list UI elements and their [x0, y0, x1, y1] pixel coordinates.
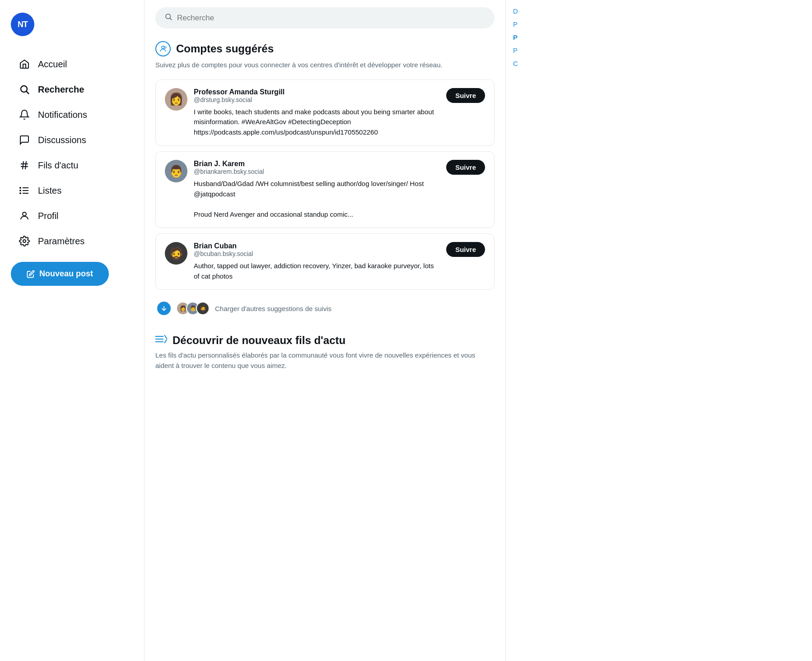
- person-icon: [18, 209, 31, 222]
- user-bio-2: Author, tapped out lawyer, addiction rec…: [194, 261, 440, 281]
- sidebar-item-profil[interactable]: Profil: [11, 204, 133, 228]
- svg-point-10: [20, 190, 21, 191]
- user-info-2: Brian Cuban @bcuban.bsky.social Author, …: [194, 242, 440, 281]
- user-card-1: 👨 Brian J. Karem @briankarem.bsky.social…: [155, 151, 495, 228]
- suggested-accounts-subtitle: Suivez plus de comptes pour vous connect…: [155, 60, 495, 70]
- user-bio-1: Husband/Dad/Gdad /WH columnist/best sell…: [194, 179, 440, 219]
- user-bio-0: I write books, teach students and make p…: [194, 107, 440, 138]
- sidebar-item-parametres-label: Paramètres: [38, 236, 84, 247]
- svg-point-13: [23, 240, 26, 242]
- svg-point-12: [23, 212, 26, 216]
- logo-text: NT: [18, 20, 28, 29]
- new-post-button[interactable]: Nouveau post: [11, 262, 109, 286]
- discover-feeds-subtitle: Les fils d'actu personnalisés élaborés p…: [155, 350, 495, 371]
- sidebar-item-listes[interactable]: Listes: [11, 179, 133, 202]
- user-name-1: Brian J. Karem: [194, 160, 440, 168]
- svg-point-16: [162, 46, 164, 49]
- logo: NT: [11, 13, 34, 36]
- discover-feeds-header: Découvrir de nouveaux fils d'actu: [155, 334, 495, 347]
- logo-area: NT: [11, 9, 133, 40]
- user-handle-0: @drsturg.bsky.social: [194, 96, 440, 103]
- search-input[interactable]: [177, 14, 485, 23]
- load-more-icon: [157, 302, 171, 315]
- discover-feeds-icon: [155, 334, 167, 347]
- svg-line-5: [25, 161, 26, 169]
- suggested-accounts-title: Comptes suggérés: [176, 42, 274, 55]
- gear-icon: [18, 235, 31, 247]
- sidebar-item-notifications[interactable]: Notifications: [11, 103, 133, 126]
- user-handle-2: @bcuban.bsky.social: [194, 250, 440, 257]
- edit-icon: [27, 270, 35, 278]
- home-icon: [18, 58, 31, 70]
- right-sidebar-item-1[interactable]: P: [513, 20, 625, 28]
- user-name-2: Brian Cuban: [194, 242, 440, 250]
- new-post-label: Nouveau post: [39, 269, 93, 279]
- svg-point-11: [20, 193, 21, 194]
- user-card-0: 👩 Professor Amanda Sturgill @drsturg.bsk…: [155, 79, 495, 146]
- list-icon: [18, 184, 31, 197]
- follow-button-1[interactable]: Suivre: [446, 160, 485, 175]
- suggested-accounts-header: Comptes suggérés: [155, 41, 495, 56]
- load-more-text: Charger d'autres suggestions de suivis: [215, 305, 331, 312]
- follow-button-2[interactable]: Suivre: [446, 242, 485, 257]
- load-more-suggestions[interactable]: 👩 👨 🧔 Charger d'autres suggestions de su…: [155, 295, 495, 321]
- svg-line-15: [170, 18, 172, 20]
- right-sidebar-item-2[interactable]: P: [513, 33, 625, 41]
- sidebar-item-accueil-label: Accueil: [38, 59, 67, 70]
- svg-point-9: [20, 187, 21, 188]
- sidebar-item-accueil[interactable]: Accueil: [11, 52, 133, 76]
- follow-button-0[interactable]: Suivre: [446, 88, 485, 103]
- right-sidebar: D P P P C: [506, 0, 632, 661]
- main-content: Comptes suggérés Suivez plus de comptes …: [145, 0, 506, 661]
- user-handle-1: @briankarem.bsky.social: [194, 168, 440, 175]
- sidebar-item-recherche-label: Recherche: [38, 84, 84, 95]
- sidebar-item-profil-label: Profil: [38, 211, 59, 221]
- user-card-2: 🧔 Brian Cuban @bcuban.bsky.social Author…: [155, 233, 495, 290]
- sidebar-item-discussions[interactable]: Discussions: [11, 128, 133, 152]
- svg-point-0: [21, 86, 27, 92]
- sidebar-item-fils[interactable]: Fils d'actu: [11, 154, 133, 177]
- sidebar: NT Accueil Recherche: [0, 0, 145, 661]
- user-name-0: Professor Amanda Sturgill: [194, 88, 440, 96]
- discover-feeds-title: Découvrir de nouveaux fils d'actu: [173, 334, 345, 347]
- right-sidebar-item-3[interactable]: P: [513, 47, 625, 54]
- bell-icon: [18, 108, 31, 121]
- right-sidebar-item-0[interactable]: D: [513, 7, 625, 15]
- svg-line-4: [23, 161, 23, 169]
- chat-icon: [18, 134, 31, 146]
- user-info-0: Professor Amanda Sturgill @drsturg.bsky.…: [194, 88, 440, 138]
- search-bar-icon: [164, 13, 173, 23]
- search-icon: [18, 83, 31, 96]
- hash-icon: [18, 159, 31, 172]
- right-sidebar-item-4[interactable]: C: [513, 60, 625, 67]
- svg-line-1: [27, 92, 29, 94]
- sidebar-item-fils-label: Fils d'actu: [38, 160, 78, 171]
- user-info-1: Brian J. Karem @briankarem.bsky.social H…: [194, 160, 440, 219]
- sidebar-item-parametres[interactable]: Paramètres: [11, 229, 133, 253]
- sidebar-item-listes-label: Listes: [38, 186, 61, 196]
- avatar-2: 🧔: [165, 242, 187, 265]
- load-more-avatars: 👩 👨 🧔: [176, 302, 210, 315]
- sidebar-item-recherche[interactable]: Recherche: [11, 78, 133, 101]
- suggested-accounts-icon: [155, 41, 171, 56]
- nav-list: Accueil Recherche Notifications: [11, 52, 133, 253]
- avatar-0: 👩: [165, 88, 187, 111]
- search-bar[interactable]: [155, 7, 495, 28]
- mini-avatar-2: 🧔: [196, 302, 210, 315]
- avatar-1: 👨: [165, 160, 187, 182]
- svg-point-14: [166, 14, 171, 19]
- sidebar-item-discussions-label: Discussions: [38, 135, 86, 145]
- sidebar-item-notifications-label: Notifications: [38, 110, 87, 120]
